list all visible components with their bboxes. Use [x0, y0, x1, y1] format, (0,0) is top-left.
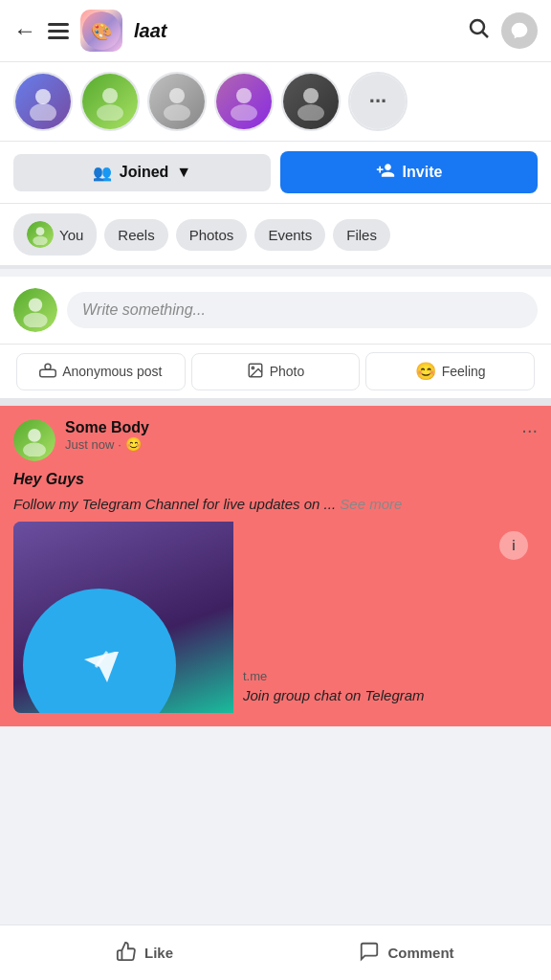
- svg-point-7: [97, 104, 123, 121]
- svg-point-21: [252, 367, 253, 368]
- post-audience-icon: 😊: [125, 436, 142, 452]
- comment-icon: [359, 941, 380, 965]
- write-something-input[interactable]: Write something...: [67, 292, 538, 328]
- svg-point-13: [298, 104, 324, 121]
- svg-text:🎨: 🎨: [91, 21, 113, 42]
- messenger-button[interactable]: [501, 12, 538, 49]
- app-header: ← 🎨 laat: [0, 0, 551, 62]
- bottom-action-bar: Like Comment: [0, 924, 551, 980]
- comment-label: Comment: [387, 945, 453, 961]
- group-avatar: 🎨: [80, 10, 122, 52]
- like-label: Like: [144, 945, 173, 961]
- post-actions-bar: Anonymous post Photo 😊 Feeling: [0, 344, 551, 406]
- page-title: laat: [134, 20, 455, 42]
- svg-line-3: [483, 33, 489, 38]
- story-avatar-4[interactable]: [214, 72, 274, 131]
- anonymous-post-button[interactable]: Anonymous post: [16, 353, 186, 390]
- write-placeholder: Write something...: [82, 301, 206, 318]
- svg-point-5: [30, 103, 56, 121]
- feeling-icon: 😊: [415, 361, 436, 382]
- post-body-content: Follow my Telegram Channel for live upda…: [13, 496, 336, 512]
- filter-tabs: You Reels Photos Events Files: [0, 203, 551, 269]
- back-button[interactable]: ←: [13, 17, 36, 44]
- svg-point-14: [36, 227, 45, 235]
- svg-point-6: [102, 88, 118, 103]
- svg-point-4: [35, 89, 51, 104]
- feeling-button[interactable]: 😊 Feeling: [365, 352, 535, 390]
- post-header: Some Body Just now · 😊 ···: [13, 419, 538, 461]
- tab-events-label: Events: [268, 227, 312, 243]
- tab-photos-label: Photos: [189, 227, 234, 243]
- svg-point-8: [169, 88, 185, 103]
- svg-point-12: [303, 88, 319, 103]
- svg-rect-18: [40, 369, 56, 377]
- svg-point-22: [28, 429, 41, 442]
- svg-point-17: [23, 313, 47, 327]
- user-avatar: [13, 288, 57, 332]
- stories-row: ···: [0, 62, 551, 141]
- search-icon[interactable]: [467, 16, 490, 45]
- invite-button[interactable]: Invite: [280, 151, 538, 193]
- tab-reels[interactable]: Reels: [104, 219, 167, 251]
- comment-button[interactable]: Comment: [276, 935, 538, 970]
- story-avatar-3[interactable]: [147, 72, 207, 131]
- anonymous-post-label: Anonymous post: [62, 364, 162, 379]
- tab-you[interactable]: You: [13, 213, 97, 256]
- invite-label: Invite: [403, 164, 443, 181]
- joined-icon: 👥: [93, 164, 112, 182]
- link-preview-info: i t.me Join group chat on Telegram: [233, 522, 538, 713]
- photo-button[interactable]: Photo: [191, 353, 361, 390]
- tab-events[interactable]: Events: [254, 219, 325, 251]
- link-title: Join group chat on Telegram: [243, 687, 528, 703]
- joined-label: Joined: [120, 164, 169, 181]
- story-more-button[interactable]: ···: [348, 72, 408, 131]
- svg-point-15: [33, 236, 47, 245]
- post-more-button[interactable]: ···: [521, 419, 538, 441]
- svg-point-10: [236, 88, 252, 103]
- post-body-text: Follow my Telegram Channel for live upda…: [13, 496, 538, 512]
- action-row: 👥 Joined ▼ Invite: [0, 141, 551, 203]
- you-avatar: [27, 221, 54, 248]
- post-meta: Just now · 😊: [65, 436, 521, 452]
- svg-point-16: [29, 298, 42, 311]
- like-icon: [116, 941, 137, 965]
- post-separator: ·: [118, 437, 121, 452]
- post-user-info: Some Body Just now · 😊: [65, 419, 521, 452]
- post-user-avatar[interactable]: [13, 419, 55, 461]
- feeling-label: Feeling: [442, 364, 486, 379]
- anonymous-icon: [39, 362, 56, 382]
- write-post-area: Write something...: [0, 277, 551, 344]
- photo-label: Photo: [270, 364, 305, 379]
- svg-point-23: [23, 443, 46, 457]
- post-card: Some Body Just now · 😊 ··· Hey Guys Foll…: [0, 406, 551, 726]
- group-avatar-image: 🎨: [80, 10, 122, 52]
- svg-point-9: [164, 104, 190, 121]
- svg-point-11: [231, 104, 257, 121]
- joined-button[interactable]: 👥 Joined ▼: [13, 154, 271, 191]
- story-avatar-1[interactable]: [13, 72, 73, 131]
- see-more-link[interactable]: See more: [340, 496, 402, 512]
- story-avatar-2[interactable]: [80, 72, 140, 131]
- like-button[interactable]: Like: [13, 935, 276, 970]
- link-domain: t.me: [243, 669, 528, 683]
- post-time: Just now: [65, 437, 114, 452]
- menu-button[interactable]: [48, 23, 69, 39]
- tab-reels-label: Reels: [118, 227, 154, 243]
- svg-point-2: [471, 20, 484, 33]
- tab-photos[interactable]: Photos: [176, 219, 248, 251]
- photo-icon: [247, 362, 264, 382]
- info-icon: i: [499, 531, 528, 560]
- tab-files-label: Files: [346, 227, 377, 243]
- invite-user-icon: [376, 161, 395, 184]
- story-avatar-5[interactable]: [281, 72, 341, 131]
- tab-you-label: You: [59, 227, 83, 243]
- post-user-name[interactable]: Some Body: [65, 419, 521, 436]
- tab-files[interactable]: Files: [333, 219, 390, 251]
- link-preview-image: [13, 522, 233, 713]
- svg-point-19: [45, 364, 51, 369]
- post-title-text: Hey Guys: [13, 471, 538, 488]
- dropdown-icon: ▼: [176, 164, 191, 181]
- link-preview[interactable]: i t.me Join group chat on Telegram: [13, 522, 538, 713]
